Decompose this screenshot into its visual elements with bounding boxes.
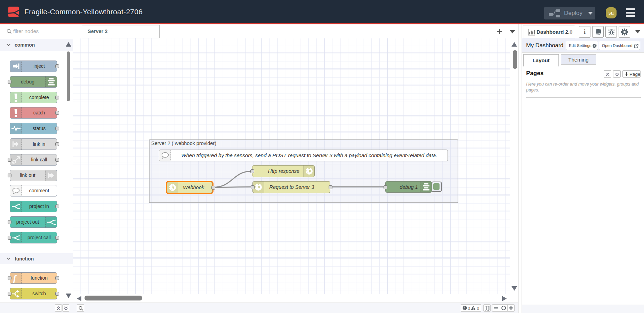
svg-text:Server 2 ( webhook provider): Server 2 ( webhook provider)	[151, 141, 216, 146]
